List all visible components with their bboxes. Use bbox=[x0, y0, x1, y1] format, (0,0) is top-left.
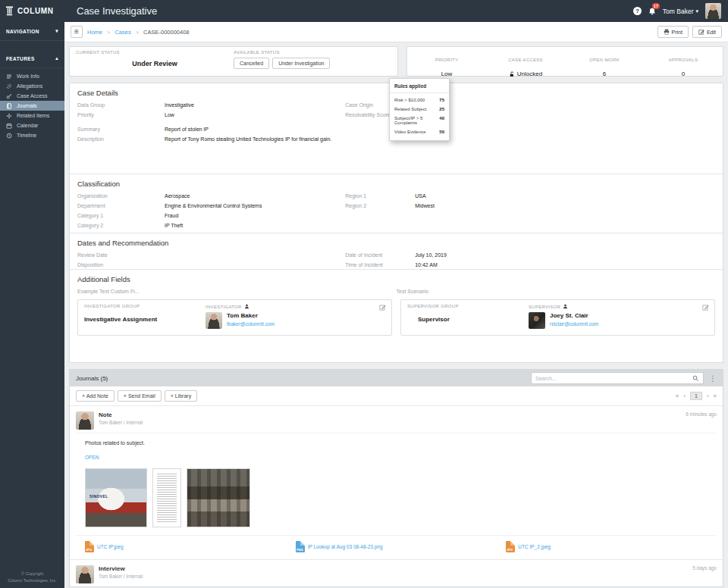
attachment-link[interactable]: PNG IP Lookup at Aug 03 08-48-23.png bbox=[296, 541, 507, 552]
status-under-investigation-button[interactable]: Under Investigation bbox=[272, 58, 330, 69]
sidebar-item-journals[interactable]: Journals bbox=[0, 101, 64, 111]
kebab-menu-icon[interactable]: ⋮ bbox=[709, 374, 717, 383]
edit-supervisor-icon[interactable] bbox=[702, 304, 709, 311]
custom-field-right: Test Scenario bbox=[397, 289, 716, 294]
custom-field-left: Example Text Custom Fi... bbox=[77, 289, 397, 294]
photo-thumbnail-document[interactable] bbox=[152, 468, 181, 527]
journals-title: Journals (5) bbox=[76, 375, 108, 382]
metric-value: 0 bbox=[644, 70, 723, 77]
metric-priority: PRIORITY Low bbox=[407, 51, 486, 72]
field-label: Region 2 bbox=[345, 203, 415, 208]
jpg-file-icon: JPG bbox=[506, 541, 515, 552]
attachment-name: IP Lookup at Aug 03 08-48-23.png bbox=[308, 544, 383, 549]
rule-label: Video Evidence bbox=[394, 130, 426, 134]
photo-thumbnail-crowd[interactable] bbox=[187, 468, 250, 527]
notifications-button[interactable]: 17 bbox=[648, 8, 656, 15]
sidebar-item-case-access[interactable]: Case Access bbox=[0, 91, 64, 101]
list-icon bbox=[6, 73, 13, 80]
journals-header: Journals (5) ⋮ bbox=[70, 370, 723, 386]
sidebar-navigation-header[interactable]: NAVIGATION ▾ bbox=[0, 22, 64, 41]
app-root: COLUMN Case Investigative ? 17 Tom Baker… bbox=[0, 0, 728, 588]
search-input[interactable] bbox=[535, 376, 692, 381]
add-note-button[interactable]: + Add Note bbox=[76, 390, 115, 402]
sidebar-items: Work Info Allegations Case Access Journa… bbox=[0, 71, 64, 140]
metric-open-work: OPEN WORK 6 bbox=[565, 51, 644, 72]
investigator-group-label: INVESTIGATOR GROUP bbox=[84, 304, 206, 308]
field-label: Priority bbox=[77, 112, 165, 117]
sidebar-features-header[interactable]: FEATURES ▴ bbox=[0, 49, 64, 68]
supervisor-label: SUPERVISOR bbox=[529, 305, 560, 309]
person-icon bbox=[244, 304, 249, 309]
edit-investigator-icon[interactable] bbox=[379, 304, 386, 311]
pagination-current-page[interactable]: 1 bbox=[690, 392, 702, 400]
sidebar-item-related-items[interactable]: Related Items bbox=[0, 111, 64, 120]
metric-label: CASE ACCESS bbox=[508, 58, 543, 62]
plus-icon: + bbox=[82, 393, 85, 399]
breadcrumb-home-link[interactable]: Home bbox=[87, 29, 102, 36]
metrics-card: PRIORITY Low CASE ACCESS Unlocked bbox=[406, 46, 723, 77]
send-email-button[interactable]: + Send Email bbox=[118, 390, 162, 402]
pagination-last[interactable]: » bbox=[714, 393, 717, 399]
attachment-link[interactable]: JPG UTC IP_2.jpeg bbox=[506, 541, 717, 552]
status-row: CURRENT STATUS Under Review AVAILABLE ST… bbox=[69, 46, 723, 77]
field-label: Review Date bbox=[77, 252, 165, 258]
edit-label: Edit bbox=[707, 30, 716, 35]
key-icon bbox=[6, 92, 13, 99]
library-label: Library bbox=[175, 393, 191, 399]
breadcrumb-separator: > bbox=[136, 29, 139, 36]
pagination-first[interactable]: « bbox=[676, 393, 679, 399]
page-title: Case Investigative bbox=[77, 5, 157, 17]
brand-logo[interactable]: COLUMN bbox=[0, 0, 64, 22]
rule-value: 75 bbox=[439, 98, 444, 102]
investigator-label: INVESTIGATOR bbox=[206, 305, 242, 309]
sidebar-item-label: Work Info bbox=[17, 74, 39, 79]
help-icon[interactable]: ? bbox=[633, 7, 642, 15]
investigator-avatar bbox=[206, 312, 222, 329]
sidebar-item-label: Related Items bbox=[17, 113, 49, 118]
supervisor-email-link[interactable]: rstclair@columnit.com bbox=[550, 321, 598, 327]
section-title: Dates and Recommendation bbox=[77, 239, 715, 247]
field-label: Description bbox=[77, 136, 165, 142]
user-menu[interactable]: Tom Baker ▾ bbox=[663, 8, 698, 15]
field-label: Category 1 bbox=[77, 213, 165, 218]
breadcrumb-separator: > bbox=[107, 29, 110, 36]
metric-label: OPEN WORK bbox=[589, 58, 620, 62]
user-avatar[interactable] bbox=[705, 3, 721, 19]
pagination-next[interactable]: › bbox=[707, 393, 709, 399]
rule-row: Risk > $10,000 75 bbox=[390, 93, 449, 102]
journals-toolbar: + Add Note + Send Email + Library « ‹ 1 … bbox=[70, 386, 723, 405]
sidebar-item-allegations[interactable]: Allegations bbox=[0, 81, 64, 91]
print-button[interactable]: Print bbox=[657, 26, 689, 38]
chevron-down-icon: ▾ bbox=[55, 28, 58, 34]
current-status-value: Under Review bbox=[76, 60, 234, 67]
photo-thumbnail-sinovel[interactable]: SINOVEL bbox=[85, 468, 147, 527]
entry-timestamp: 6 minutes ago bbox=[686, 411, 717, 430]
entry-avatar bbox=[76, 565, 94, 583]
field-label: Date of Incident bbox=[345, 252, 415, 258]
open-link[interactable]: OPEN bbox=[85, 455, 99, 460]
status-cancelled-button[interactable]: Cancelled bbox=[234, 58, 269, 69]
sidebar-item-work-info[interactable]: Work Info bbox=[0, 71, 64, 81]
photo-thumbnails: SINOVEL bbox=[85, 468, 717, 527]
breadcrumb: ≡ Home > Cases > CASE-000000408 Print Ed… bbox=[64, 22, 728, 42]
sidebar-item-calendar[interactable]: Calendar bbox=[0, 120, 64, 130]
copyright-line1: © Copyright bbox=[0, 571, 64, 577]
attachment-link[interactable]: JPG UTC IP.jpeg bbox=[85, 541, 296, 552]
pagination-prev[interactable]: ‹ bbox=[683, 393, 686, 399]
sidebar: NAVIGATION ▾ FEATURES ▴ Work Info Allega… bbox=[0, 22, 64, 588]
breadcrumb-cases-link[interactable]: Cases bbox=[115, 29, 130, 36]
edit-button[interactable]: Edit bbox=[692, 26, 722, 38]
supervisor-group-value: Supervisor bbox=[418, 316, 529, 323]
entry-type: Note bbox=[99, 411, 143, 418]
sidebar-item-label: Case Access bbox=[17, 93, 47, 99]
pagination: « ‹ 1 › » bbox=[676, 392, 717, 400]
sidebar-item-timeline[interactable]: Timeline bbox=[0, 130, 64, 140]
library-button[interactable]: + Library bbox=[165, 390, 197, 402]
entry-avatar bbox=[76, 411, 94, 430]
investigator-email-link[interactable]: tbaker@columnit.com bbox=[227, 321, 275, 327]
hamburger-menu-button[interactable]: ≡ bbox=[71, 26, 83, 38]
add-note-label: Add Note bbox=[86, 393, 108, 399]
metric-value: Unlocked bbox=[517, 70, 542, 77]
metric-case-access: CASE ACCESS Unlocked bbox=[486, 51, 565, 72]
history-icon bbox=[6, 132, 13, 139]
